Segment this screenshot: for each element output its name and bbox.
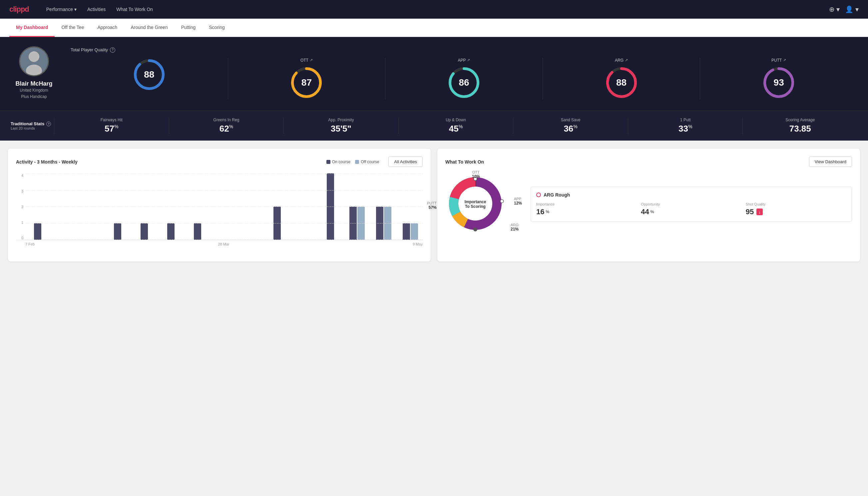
donut-label-arg: ARG 21% xyxy=(510,223,519,232)
legend-off-course-dot xyxy=(355,160,359,164)
ring-app: 86 xyxy=(447,66,480,99)
tab-putting[interactable]: Putting xyxy=(175,19,203,37)
bar-group-0 xyxy=(25,223,50,240)
bar-off-13 xyxy=(384,206,391,240)
nav-performance[interactable]: Performance ▾ xyxy=(46,1,77,18)
donut-label-app: APP 12% xyxy=(514,197,522,205)
bar-on-4 xyxy=(141,223,148,240)
top-nav: clippd Performance ▾ Activities What To … xyxy=(0,0,868,19)
ring-ott-value: 87 xyxy=(301,77,312,88)
tab-off-the-tee[interactable]: Off the Tee xyxy=(54,19,91,37)
donut-wrapper: OTT 10% APP 12% ARG 21% PUTT 57% xyxy=(445,173,505,235)
stat-sand-save: Sand Save 36% xyxy=(513,118,628,134)
trad-stats-help-icon[interactable]: ? xyxy=(46,122,51,126)
donut-label-putt: PUTT 57% xyxy=(427,201,437,210)
bar-group-13 xyxy=(372,206,396,240)
wtwo-card-title: What To Work On xyxy=(445,159,804,165)
wtwo-card-header: What To Work On View Dashboard xyxy=(445,157,852,167)
tpq-label: Total Player Quality ? xyxy=(70,47,857,52)
activity-card: Activity - 3 Months - Weekly On course O… xyxy=(8,149,431,262)
sub-nav: My Dashboard Off the Tee Approach Around… xyxy=(0,19,868,37)
svg-point-19 xyxy=(500,200,504,203)
detail-card-title: ARG Rough xyxy=(543,192,570,198)
ring-ott-label: OTT ↗ xyxy=(300,58,313,63)
bar-chart-inner: 0 1 2 3 4 xyxy=(16,173,423,240)
activity-legend: On course Off course xyxy=(327,159,379,164)
stat-fairways-hit: Fairways Hit 57% xyxy=(54,118,169,134)
ring-overall-value: 88 xyxy=(144,69,154,80)
bar-on-11 xyxy=(327,173,334,240)
detail-card: ARG Rough Importance 16% Opportunity 44% xyxy=(531,187,852,222)
bar-on-0 xyxy=(34,223,41,240)
detail-metric-shot-quality: Shot Quality 95 ↓ xyxy=(746,202,846,216)
legend-on-course-dot xyxy=(327,160,330,164)
bottom-section: Activity - 3 Months - Weekly On course O… xyxy=(0,141,868,269)
tpq-help-icon[interactable]: ? xyxy=(110,47,115,52)
donut-chart-svg xyxy=(445,173,505,233)
bar-group-3 xyxy=(105,223,130,240)
ring-arg: 88 xyxy=(605,66,638,99)
hero-section: Blair McHarg United Kingdom Plus Handica… xyxy=(0,37,868,111)
nav-right: ⊕ ▾ 👤 ▾ xyxy=(829,5,859,13)
ring-arg-label: ARG ↗ xyxy=(615,58,628,63)
player-handicap: Plus Handicap xyxy=(21,94,47,100)
legend-off-course: Off course xyxy=(355,159,379,164)
nav-what-to-work-on[interactable]: What To Work On xyxy=(116,1,153,18)
bar-group-6 xyxy=(185,223,210,240)
traditional-stats-label: Traditional Stats ? Last 20 rounds xyxy=(11,121,54,130)
bar-on-3 xyxy=(114,223,121,240)
svg-point-20 xyxy=(474,228,477,231)
bar-on-12 xyxy=(349,206,357,240)
activity-card-title: Activity - 3 Months - Weekly xyxy=(16,159,321,165)
logo[interactable]: clippd xyxy=(9,5,29,14)
view-dashboard-button[interactable]: View Dashboard xyxy=(809,157,852,167)
detail-metric-opportunity: Opportunity 44% xyxy=(641,202,741,216)
stat-up-and-down: Up & Down 45% xyxy=(398,118,513,134)
add-button[interactable]: ⊕ ▾ xyxy=(829,5,840,13)
stat-greens-in-reg: Greens In Reg 62% xyxy=(169,118,284,134)
detail-metrics: Importance 16% Opportunity 44% Shot Qual… xyxy=(536,202,846,216)
ring-overall: 88 xyxy=(132,58,166,91)
svg-point-1 xyxy=(29,51,39,62)
player-name: Blair McHarg xyxy=(15,80,52,87)
detail-dot xyxy=(536,192,541,197)
bar-on-6 xyxy=(194,223,201,240)
stats-row: Traditional Stats ? Last 20 rounds Fairw… xyxy=(0,111,868,141)
bar-off-12 xyxy=(358,206,365,240)
score-ring-app: APP ↗ 86 xyxy=(385,58,543,99)
ring-arg-value: 88 xyxy=(616,77,627,88)
bar-group-14 xyxy=(398,223,423,240)
score-ring-overall: 88 xyxy=(70,58,228,99)
bar-chart: 0 1 2 3 4 7 Feb 28 Mar 9 May xyxy=(16,173,423,253)
legend-on-course: On course xyxy=(327,159,350,164)
x-labels: 7 Feb 28 Mar 9 May xyxy=(16,242,423,246)
bar-group-4 xyxy=(132,223,157,240)
bar-on-9 xyxy=(273,206,281,240)
y-axis: 0 1 2 3 4 xyxy=(16,173,23,240)
ring-putt-label: PUTT ↗ xyxy=(771,58,786,63)
score-ring-putt: PUTT ↗ 93 xyxy=(700,58,857,99)
tab-scoring[interactable]: Scoring xyxy=(202,19,231,37)
activity-card-header: Activity - 3 Months - Weekly On course O… xyxy=(16,157,423,167)
tab-around-the-green[interactable]: Around the Green xyxy=(124,19,174,37)
nav-activities[interactable]: Activities xyxy=(87,1,106,18)
donut-label-ott: OTT 10% xyxy=(472,170,480,179)
tab-approach[interactable]: Approach xyxy=(91,19,124,37)
tab-my-dashboard[interactable]: My Dashboard xyxy=(9,19,54,37)
user-menu-button[interactable]: 👤 ▾ xyxy=(845,5,859,13)
player-country: United Kingdom xyxy=(20,87,48,94)
bar-group-12 xyxy=(345,206,369,240)
stat-one-putt: 1 Putt 33% xyxy=(628,118,743,134)
ring-app-label: APP ↗ xyxy=(458,58,470,63)
bar-on-5 xyxy=(167,223,175,240)
ring-putt: 93 xyxy=(762,66,795,99)
all-activities-button[interactable]: All Activities xyxy=(388,157,423,167)
shot-quality-badge: ↓ xyxy=(756,208,763,215)
bar-group-9 xyxy=(265,206,289,240)
ring-app-value: 86 xyxy=(459,77,469,88)
bar-off-14 xyxy=(411,223,418,240)
detail-card-header: ARG Rough xyxy=(536,192,846,198)
bar-group-11 xyxy=(318,173,343,240)
trad-stats-period: Last 20 rounds xyxy=(11,126,54,130)
score-ring-arg: ARG ↗ 88 xyxy=(543,58,700,99)
